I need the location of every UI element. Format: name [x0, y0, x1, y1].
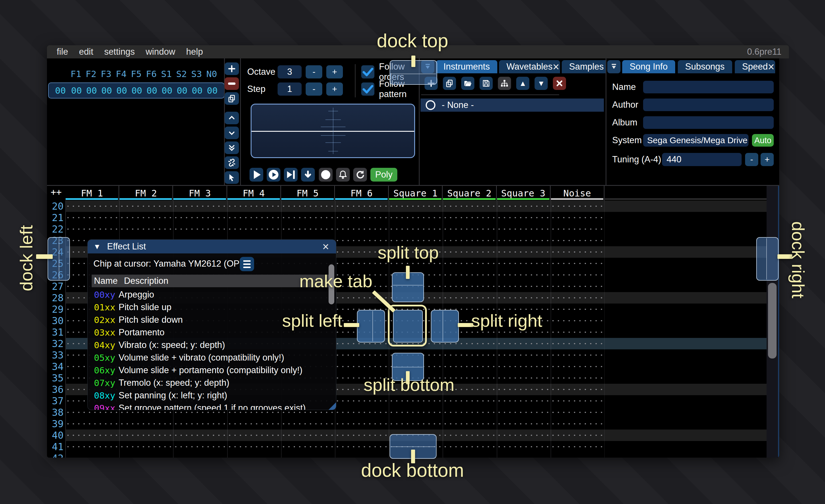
repeat-pattern-button[interactable] — [353, 168, 367, 182]
instrument-save-button[interactable] — [479, 77, 493, 90]
song-info-close-button[interactable]: × — [764, 60, 778, 73]
follow-pattern-checkbox[interactable] — [361, 82, 374, 96]
channel-header[interactable]: FM 4 — [227, 186, 281, 200]
effect-list-titlebar[interactable]: ▼ Effect List × — [88, 240, 336, 253]
channel-header[interactable]: FM 1 — [65, 186, 119, 200]
channel-header[interactable]: Square 3 — [497, 186, 550, 200]
add-channel-button[interactable]: ++ — [47, 186, 65, 198]
name-field[interactable] — [643, 81, 774, 93]
instrument-move-down-button[interactable]: ▼ — [534, 77, 548, 90]
order-duplicate-end-button[interactable] — [225, 142, 239, 154]
tuning-minus-button[interactable]: - — [745, 153, 758, 166]
instrument-folder-view-button[interactable] — [498, 77, 511, 90]
pattern-scrollbar[interactable] — [766, 186, 778, 457]
octave-plus-button[interactable]: + — [326, 65, 343, 78]
effect-row[interactable]: 07xy Tremolo (x: speed; y: depth) — [88, 376, 336, 389]
channel-header[interactable]: Square 1 — [389, 186, 443, 200]
split-target-right[interactable] — [431, 310, 459, 342]
effect-list-close-button[interactable]: × — [319, 240, 332, 253]
order-remove-button[interactable] — [225, 77, 239, 90]
instrument-list-selected-row[interactable]: - None - — [421, 98, 604, 112]
order-cell[interactable]: 00 — [84, 85, 99, 96]
effect-row[interactable]: 06xy Volume slide + portamento (compatib… — [88, 364, 336, 376]
menu-item[interactable]: edit — [79, 47, 93, 57]
order-cell[interactable]: 00 — [175, 85, 190, 96]
instrument-delete-button[interactable] — [553, 77, 566, 90]
song-info-tab[interactable]: Subsongs — [678, 60, 732, 73]
system-field[interactable]: Sega Genesis/Mega Drive — [643, 134, 749, 147]
order-add-button[interactable] — [225, 63, 239, 75]
dock-target-left[interactable] — [48, 237, 70, 281]
menu-item[interactable]: settings — [104, 47, 135, 57]
system-auto-button[interactable]: Auto — [752, 134, 774, 147]
author-field[interactable] — [643, 98, 774, 111]
order-deep-clone-button[interactable] — [225, 156, 239, 169]
song-info-collapse-button[interactable] — [607, 60, 620, 73]
record-button[interactable] — [319, 168, 332, 182]
order-cell[interactable]: 00 — [145, 85, 159, 96]
effect-row[interactable]: 04xy Vibrato (x: speed; y: depth) — [88, 339, 336, 351]
menu-item[interactable]: window — [146, 47, 175, 57]
effect-row[interactable]: 05xy Volume slide + vibrato (compatibili… — [88, 351, 336, 364]
tuning-plus-button[interactable]: + — [761, 153, 774, 166]
order-edit-mode-button[interactable] — [225, 171, 239, 184]
window-collapse-icon[interactable]: ▼ — [93, 242, 101, 251]
channel-header[interactable]: FM 5 — [281, 186, 335, 200]
channel-header[interactable]: Noise — [550, 186, 604, 200]
instruments-tab[interactable]: Instruments — [436, 60, 497, 73]
name-column-header[interactable]: Name — [94, 276, 118, 286]
order-duplicate-button[interactable] — [225, 92, 239, 105]
instruments-close-button[interactable]: × — [549, 60, 562, 73]
poly-mono-button[interactable]: Poly — [370, 168, 397, 182]
resize-grip[interactable] — [328, 402, 336, 410]
order-cell[interactable]: 00 — [69, 85, 84, 96]
effect-description: Portamento — [119, 327, 164, 338]
effect-row[interactable]: 09xx Set groove pattern (speed 1 if no g… — [88, 402, 336, 410]
order-cell[interactable]: 00 — [99, 85, 114, 96]
order-move-down-button[interactable] — [225, 127, 239, 139]
split-target-left[interactable] — [357, 310, 385, 342]
instrument-open-button[interactable] — [461, 77, 474, 90]
album-field[interactable] — [643, 116, 774, 129]
menu-item[interactable]: help — [186, 47, 203, 57]
order-cell[interactable]: 00 — [190, 85, 204, 96]
follow-orders-checkbox[interactable] — [361, 65, 374, 78]
step-minus-button[interactable]: - — [306, 82, 322, 96]
song-info-tab[interactable]: Song Info — [622, 60, 675, 73]
step-one-row-button[interactable] — [301, 168, 315, 182]
pattern-row[interactable]: 39 — [47, 418, 766, 430]
channel-header[interactable]: Square 2 — [443, 186, 497, 200]
metronome-button[interactable] — [336, 168, 350, 182]
order-move-up-button[interactable] — [225, 112, 239, 124]
pattern-row[interactable]: 21 — [47, 212, 766, 223]
step-plus-button[interactable]: + — [326, 82, 343, 96]
play-pattern-button[interactable] — [267, 168, 281, 182]
scrollbar-thumb[interactable] — [768, 283, 776, 358]
step-value[interactable]: 1 — [278, 82, 302, 96]
pattern-row[interactable]: 22 — [47, 223, 766, 235]
instrument-duplicate-button[interactable] — [443, 77, 456, 90]
order-cell[interactable]: 00 — [130, 85, 144, 96]
octave-minus-button[interactable]: - — [306, 65, 322, 78]
dock-target-right[interactable] — [756, 237, 778, 281]
tuning-field[interactable]: 440 — [662, 153, 742, 166]
instruments-tab[interactable]: Samples — [562, 60, 611, 73]
make-tab-target[interactable] — [393, 310, 423, 342]
play-from-cursor-button[interactable] — [284, 168, 298, 182]
orders-selected-row[interactable]: 00 00000000000000000000 — [48, 82, 225, 98]
order-cell[interactable]: 00 — [160, 85, 174, 96]
order-cell[interactable]: 00 — [115, 85, 129, 96]
order-cell[interactable]: 00 — [205, 85, 219, 96]
oscilloscope[interactable] — [251, 104, 415, 158]
description-column-header[interactable]: Description — [124, 276, 168, 286]
channel-header[interactable]: FM 6 — [335, 186, 389, 200]
octave-value[interactable]: 3 — [278, 65, 302, 78]
menu-item[interactable]: file — [57, 47, 68, 57]
instrument-move-up-button[interactable]: ▲ — [516, 77, 529, 90]
effect-list-menu-button[interactable] — [240, 257, 254, 271]
channel-header[interactable]: FM 3 — [173, 186, 227, 200]
effect-row[interactable]: 08xy Set panning (x: left; y: right) — [88, 389, 336, 402]
play-button[interactable] — [249, 168, 263, 182]
channel-header[interactable]: FM 2 — [119, 186, 173, 200]
pattern-row[interactable]: 20 — [47, 200, 766, 212]
